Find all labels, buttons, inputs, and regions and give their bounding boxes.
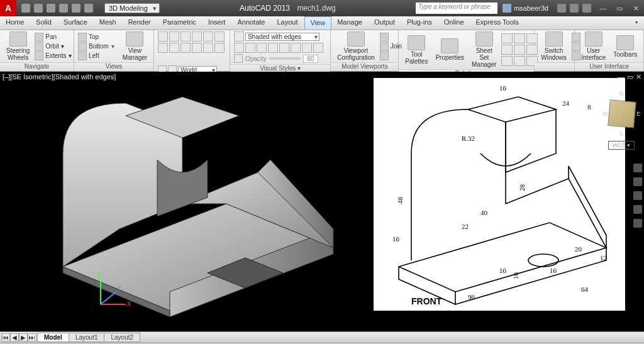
minimize-button[interactable]: —	[595, 2, 611, 14]
vs-icon[interactable]	[234, 43, 244, 53]
stay-connected-icon[interactable]	[570, 4, 579, 13]
qat-undo-icon[interactable]	[59, 4, 68, 13]
showmotion-icon[interactable]	[633, 219, 642, 228]
layout-tab-layout2[interactable]: Layout2	[104, 333, 140, 342]
qat-open-icon[interactable]	[34, 4, 43, 13]
dim: 16	[499, 84, 507, 92]
pan-button[interactable]: Pan	[35, 33, 71, 42]
palettes-grid[interactable]	[501, 33, 538, 66]
close-button[interactable]: ✕	[628, 2, 644, 14]
tab-online[interactable]: Online	[438, 16, 470, 30]
ucs-icons-grid[interactable]	[158, 31, 225, 64]
panel-label: Navigate	[0, 62, 74, 71]
view-left-button[interactable]: Left	[78, 52, 109, 60]
zoom-tool-icon[interactable]	[633, 191, 642, 200]
orbit-tool-icon[interactable]	[633, 205, 642, 214]
pan-tool-icon[interactable]	[633, 177, 642, 186]
extents-button[interactable]: Extents ▾	[35, 52, 71, 60]
tab-output[interactable]: Output	[369, 16, 401, 30]
vp-restore-icon[interactable]: ▭	[627, 73, 633, 81]
toolbars-button[interactable]: Toolbars	[611, 35, 640, 58]
model-3d-view	[19, 84, 346, 323]
layout-tab-model[interactable]: Model	[37, 333, 69, 342]
tool-palettes-button[interactable]: Tool Palettes	[402, 35, 430, 65]
viewport-controls[interactable]: [–][SE Isometric][Shaded with edges]	[3, 73, 116, 80]
properties-button[interactable]: Properties	[433, 38, 467, 61]
vp-minimize-icon[interactable]: —	[618, 73, 625, 81]
tab-surface[interactable]: Surface	[58, 16, 94, 30]
dim: 12	[600, 254, 607, 262]
tab-manage[interactable]: Manage	[331, 16, 369, 30]
qat-redo-icon[interactable]	[72, 4, 80, 13]
tab-expresstools[interactable]: Express Tools	[470, 16, 525, 30]
tab-annotate[interactable]: Annotate	[231, 16, 271, 30]
tab-layout[interactable]: Layout	[271, 16, 304, 30]
front-label: FRONT	[411, 296, 442, 306]
title-bar: A 3D Modeling AutoCAD 2013 mech1.dwg Typ…	[0, 0, 644, 16]
restore-vp-icon	[380, 52, 389, 60]
nav-prev-icon[interactable]: ◀	[10, 333, 19, 341]
infocenter-search[interactable]: Type a keyword or phrase	[416, 3, 497, 14]
full-nav-wheel-icon[interactable]	[633, 164, 642, 172]
tab-mesh[interactable]: Mesh	[94, 16, 123, 30]
opacity-icon	[234, 54, 243, 63]
tool-palettes-icon	[408, 35, 425, 50]
view-bottom-button[interactable]: Bottom	[78, 42, 109, 51]
vs-icon[interactable]	[268, 43, 278, 53]
help-icon[interactable]	[582, 4, 591, 13]
drawing-area[interactable]: [–][SE Isometric][Shaded with edges] — ▭…	[0, 72, 644, 331]
view-cube[interactable]: N WE S WCS ▾	[602, 91, 640, 153]
panel-navigate: Steering Wheels Pan Orbit ▾ Extents ▾ Na…	[0, 30, 74, 71]
vs-icon[interactable]	[291, 43, 301, 53]
signin-user[interactable]: msabeer3d	[502, 4, 548, 13]
opacity-value[interactable]: 60	[303, 55, 318, 63]
panel-palettes: Tool Palettes Properties Sheet Set Manag…	[399, 30, 535, 71]
view-manager-button[interactable]: View Manager	[120, 31, 150, 61]
user-interface-button[interactable]: User Interface	[579, 31, 608, 61]
nav-first-icon[interactable]: ⏮	[1, 333, 10, 341]
tab-view[interactable]: View	[304, 16, 332, 30]
app-menu-button[interactable]: A	[0, 0, 16, 16]
steering-wheels-button[interactable]: Steering Wheels	[4, 31, 32, 61]
visual-style-dropdown[interactable]: Shaded with edges	[245, 33, 319, 41]
panel-label	[535, 62, 574, 71]
qat-new-icon[interactable]	[21, 4, 30, 13]
switch-windows-button[interactable]: Switch Windows	[538, 31, 569, 61]
vs-icon[interactable]	[257, 43, 267, 53]
wcs-dropdown[interactable]: WCS ▾	[608, 141, 635, 150]
ribbon-tabs: Home Solid Surface Mesh Render Parametri…	[0, 16, 644, 30]
orbit-button[interactable]: Orbit ▾	[35, 42, 71, 51]
svg-line-11	[101, 292, 116, 304]
vs-icon[interactable]	[302, 43, 312, 53]
vs-icon[interactable]	[245, 43, 255, 53]
vs-preview-icon[interactable]	[234, 31, 244, 42]
sheet-set-button[interactable]: Sheet Set Manager	[469, 31, 499, 68]
view-cube-face[interactable]	[608, 99, 636, 128]
vp-close-icon[interactable]: ✕	[636, 73, 641, 81]
ribbon-help-icon[interactable]: •	[630, 16, 644, 30]
view-top-button[interactable]: Top	[78, 33, 109, 42]
switch-windows-icon	[545, 31, 563, 47]
vs-icon[interactable]	[279, 43, 289, 53]
ucs-icon: X Z Y	[94, 273, 132, 311]
viewport-config-button[interactable]: Viewport Configuration	[335, 31, 377, 61]
dim: 20	[575, 245, 582, 253]
opacity-slider[interactable]	[269, 57, 301, 60]
panel-label: Views	[74, 62, 153, 71]
tab-home[interactable]: Home	[0, 16, 30, 30]
nav-last-icon[interactable]: ⏭	[28, 333, 36, 341]
infocenter-icons	[553, 4, 595, 13]
restore-button[interactable]: ▭	[611, 2, 628, 14]
tab-insert[interactable]: Insert	[203, 16, 232, 30]
workspace-switcher[interactable]: 3D Modeling	[104, 3, 160, 13]
qat-print-icon[interactable]	[84, 4, 93, 13]
exchange-icon[interactable]	[557, 4, 566, 13]
layout-tab-layout1[interactable]: Layout1	[69, 333, 105, 342]
tab-render[interactable]: Render	[123, 16, 157, 30]
nav-next-icon[interactable]: ▶	[19, 333, 28, 341]
tab-plugins[interactable]: Plug-ins	[401, 16, 438, 30]
tab-solid[interactable]: Solid	[30, 16, 57, 30]
qat-save-icon[interactable]	[47, 4, 55, 13]
tab-parametric[interactable]: Parametric	[157, 16, 203, 30]
vs-icon[interactable]	[313, 43, 323, 53]
